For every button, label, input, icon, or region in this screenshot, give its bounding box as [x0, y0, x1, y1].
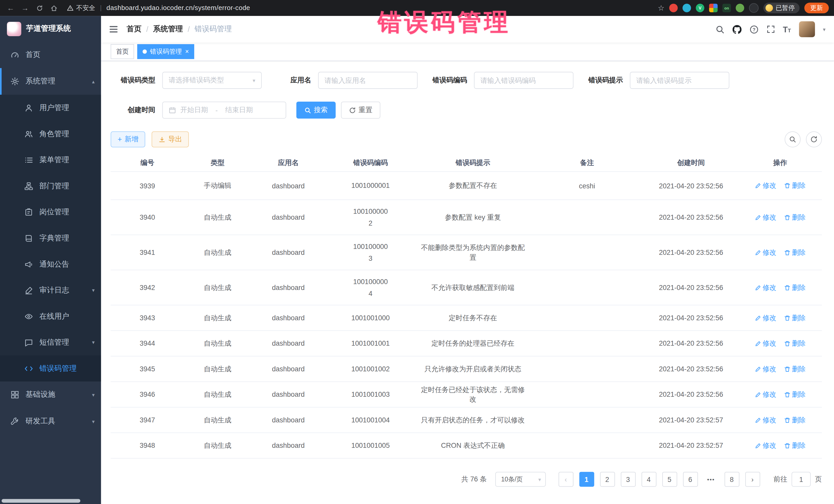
address-bar[interactable]: dashboard.yudao.iocoder.cn/system/error-… — [107, 4, 654, 12]
breadcrumb-system[interactable]: 系统管理 — [153, 24, 183, 34]
sidebar-item-menu[interactable]: 菜单管理 — [0, 147, 101, 173]
sidebar-item-home[interactable]: 首页 — [0, 42, 101, 68]
refresh-table-button[interactable] — [806, 131, 822, 147]
page-size-value: 10条/页 — [501, 475, 523, 484]
close-icon[interactable]: × — [185, 48, 189, 55]
sidebar-item-system[interactable]: 系统管理 ▴ — [0, 68, 101, 95]
extension-icon[interactable] — [749, 3, 759, 13]
add-button[interactable]: + 新增 — [111, 131, 145, 147]
page-button[interactable]: 2 — [600, 472, 615, 487]
error-msg-input[interactable] — [630, 72, 729, 89]
page-button[interactable]: 5 — [662, 472, 677, 487]
extension-icon[interactable] — [669, 4, 678, 12]
bookmark-star-icon[interactable]: ☆ — [658, 4, 664, 12]
edit-link[interactable]: 修改 — [755, 248, 776, 257]
date-range-picker[interactable]: 开始日期 - 结束日期 — [162, 102, 286, 118]
page-button[interactable]: 1 — [579, 472, 594, 487]
extension-icon[interactable] — [709, 4, 718, 12]
hamburger-icon[interactable] — [109, 24, 118, 35]
sidebar-item-devtools[interactable]: 研发工具 ▾ — [0, 408, 101, 435]
delete-link[interactable]: 删除 — [784, 364, 806, 374]
error-type-select[interactable]: 请选择错误码类型 ▾ — [162, 72, 262, 89]
sidebar-item-role[interactable]: 角色管理 — [0, 121, 101, 147]
error-code-input[interactable] — [474, 72, 573, 89]
back-button[interactable]: ← — [5, 3, 16, 13]
delete-link[interactable]: 删除 — [784, 181, 806, 191]
search-button[interactable]: 搜索 — [297, 102, 336, 118]
sidebar-item-error-code[interactable]: 错误码管理 — [0, 355, 101, 381]
next-page-button[interactable]: › — [745, 472, 760, 487]
edit-link[interactable]: 修改 — [755, 313, 776, 323]
edit-link[interactable]: 修改 — [755, 390, 776, 399]
delete-label: 删除 — [792, 364, 806, 374]
breadcrumb-home[interactable]: 首页 — [127, 24, 141, 34]
help-icon[interactable]: ? — [749, 25, 758, 34]
export-button[interactable]: 导出 — [152, 131, 189, 147]
delete-link[interactable]: 删除 — [784, 283, 806, 292]
delete-link[interactable]: 删除 — [784, 313, 806, 323]
delete-link[interactable]: 删除 — [784, 248, 806, 257]
sidebar-item-dept[interactable]: 部门管理 — [0, 173, 101, 199]
sidebar-item-online-user[interactable]: 在线用户 — [0, 303, 101, 329]
app-logo[interactable]: 芋道管理系统 — [0, 16, 101, 42]
update-button[interactable]: 更新 — [804, 3, 829, 13]
delete-link[interactable]: 删除 — [784, 338, 806, 348]
extension-icon[interactable]: V — [696, 4, 704, 12]
prev-page-button[interactable]: ‹ — [558, 472, 573, 487]
user-avatar[interactable] — [799, 21, 815, 37]
reset-button[interactable]: 重置 — [341, 102, 380, 118]
edit-link[interactable]: 修改 — [755, 213, 776, 222]
page-button[interactable]: 8 — [724, 472, 739, 487]
fullscreen-icon[interactable] — [767, 25, 775, 34]
page-ellipsis[interactable]: ••• — [704, 472, 719, 487]
goto-page-input[interactable] — [792, 472, 811, 487]
page-button[interactable]: 4 — [641, 472, 656, 487]
sidebar-scrollbar[interactable] — [2, 499, 80, 503]
page-button[interactable]: 6 — [683, 472, 698, 487]
column-header: 错误码提示 — [415, 158, 530, 167]
sidebar-item-user[interactable]: 用户管理 — [0, 95, 101, 121]
caret-down-icon[interactable]: ▾ — [823, 26, 826, 32]
tab-error-code[interactable]: 错误码管理 × — [137, 44, 194, 59]
sidebar-item-post[interactable]: 岗位管理 — [0, 199, 101, 225]
page-button[interactable]: 3 — [620, 472, 635, 487]
font-size-icon[interactable]: TT — [783, 25, 791, 34]
reload-icon[interactable] — [34, 3, 45, 13]
github-icon[interactable] — [732, 25, 741, 34]
extension-icon[interactable]: on — [722, 4, 731, 12]
extension-icon[interactable] — [736, 4, 744, 12]
forward-button[interactable]: → — [20, 3, 30, 13]
edit-link[interactable]: 修改 — [755, 441, 776, 450]
paused-badge[interactable]: 已暂停 — [764, 3, 799, 13]
cell-time: 2021-04-20 23:52:57 — [643, 442, 738, 450]
sidebar-item-audit-log[interactable]: 审计日志 ▾ — [0, 277, 101, 303]
cell-actions: 修改删除 — [738, 390, 822, 399]
search-icon[interactable] — [716, 25, 724, 34]
home-icon[interactable] — [48, 3, 59, 13]
sidebar-item-infra[interactable]: 基础设施 ▾ — [0, 381, 101, 408]
page-size-select[interactable]: 10条/页 ▾ — [495, 472, 546, 487]
delete-link[interactable]: 删除 — [784, 415, 806, 425]
sidebar-item-dict[interactable]: 字典管理 — [0, 225, 101, 251]
delete-link[interactable]: 删除 — [784, 390, 806, 399]
show-search-button[interactable] — [785, 131, 800, 147]
delete-link[interactable]: 删除 — [784, 441, 806, 450]
security-indicator[interactable]: 不安全 — [67, 3, 95, 12]
filter-error-type: 错误码类型 请选择错误码类型 ▾ — [111, 72, 262, 89]
delete-link[interactable]: 删除 — [784, 213, 806, 222]
extension-icon[interactable] — [683, 4, 691, 12]
edit-link[interactable]: 修改 — [755, 415, 776, 425]
table-row: 3943自动生成dashboard1001001000定时任务不存在2021-0… — [111, 305, 822, 331]
edit-link[interactable]: 修改 — [755, 283, 776, 292]
edit-icon — [755, 391, 761, 398]
tab-home[interactable]: 首页 — [111, 44, 134, 59]
sidebar-item-label: 字典管理 — [39, 233, 69, 243]
edit-link[interactable]: 修改 — [755, 181, 776, 191]
edit-link[interactable]: 修改 — [755, 364, 776, 374]
cell-id: 3941 — [111, 248, 184, 256]
app-name-input[interactable] — [318, 72, 418, 89]
sidebar-item-sms[interactable]: 短信管理 ▾ — [0, 329, 101, 355]
tab-label: 首页 — [116, 47, 129, 56]
sidebar-item-notice[interactable]: 通知公告 — [0, 251, 101, 277]
edit-link[interactable]: 修改 — [755, 338, 776, 348]
